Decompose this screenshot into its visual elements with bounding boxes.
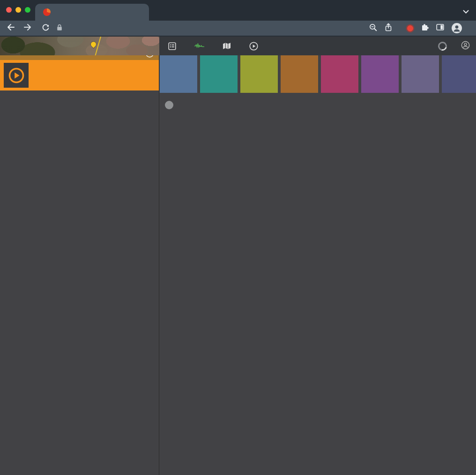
track-color-tile[interactable] [442, 55, 476, 93]
loading-spinner-icon [437, 40, 449, 52]
clip-item[interactable] [0, 60, 159, 90]
record-extension-icon[interactable] [407, 25, 413, 31]
help-icon [165, 101, 173, 109]
play-icon [249, 42, 258, 51]
track-color-tile[interactable] [281, 55, 318, 93]
back-button[interactable] [6, 23, 15, 33]
track-color-tile[interactable] [321, 55, 358, 93]
close-window-button[interactable] [6, 7, 12, 13]
app-nav-tabs [159, 37, 262, 55]
track-color-tile[interactable] [160, 55, 197, 93]
account-icon[interactable] [461, 41, 470, 52]
minimize-window-button[interactable] [15, 7, 21, 13]
clip-play-button[interactable] [4, 63, 29, 88]
clips-sidebar [0, 48, 159, 475]
map-icon [223, 42, 231, 50]
clip-waveform[interactable] [32, 64, 156, 78]
map-pin-icon [90, 41, 97, 48]
track-color-tile[interactable] [361, 55, 399, 93]
scene-map-thumbnail[interactable] [0, 37, 159, 55]
track-color-tile[interactable] [240, 55, 278, 93]
track-color-tile[interactable] [200, 55, 238, 93]
address-bar[interactable] [57, 24, 364, 33]
app-header [0, 37, 476, 55]
info-icon [168, 42, 176, 50]
reload-button[interactable] [42, 23, 50, 33]
header-right-cluster [424, 37, 476, 55]
antropoloops-app [0, 37, 476, 475]
window-controls [6, 7, 30, 13]
breadcrumb [0, 42, 11, 50]
app-tab-mapa[interactable] [223, 42, 235, 50]
section-clips [0, 60, 159, 90]
profile-avatar[interactable] [452, 23, 462, 33]
tab-search-chevron-icon[interactable] [463, 7, 469, 15]
app-tab-tocar[interactable] [249, 42, 262, 51]
track-color-tile[interactable] [402, 55, 439, 93]
hint-banner [165, 99, 473, 109]
app-tab-sonidos[interactable] [194, 43, 208, 49]
share-icon[interactable] [385, 23, 392, 33]
browser-toolbar [0, 21, 476, 37]
app-content [0, 55, 476, 475]
side-panel-icon[interactable] [436, 23, 444, 33]
browser-window [0, 0, 476, 475]
tracks-panel [159, 55, 476, 475]
browser-tab-strip [0, 0, 476, 21]
forward-button[interactable] [24, 23, 32, 33]
app-tab-info[interactable] [168, 42, 180, 50]
zoom-out-icon[interactable] [369, 23, 377, 33]
browser-tab[interactable] [35, 4, 149, 21]
wave-icon [194, 43, 204, 49]
fullscreen-window-button[interactable] [25, 7, 30, 13]
extensions-puzzle-icon[interactable] [421, 23, 429, 33]
lock-icon[interactable] [57, 24, 62, 33]
site-favicon-icon [43, 8, 51, 16]
clip-body [32, 60, 156, 78]
track-color-tiles [160, 55, 476, 93]
